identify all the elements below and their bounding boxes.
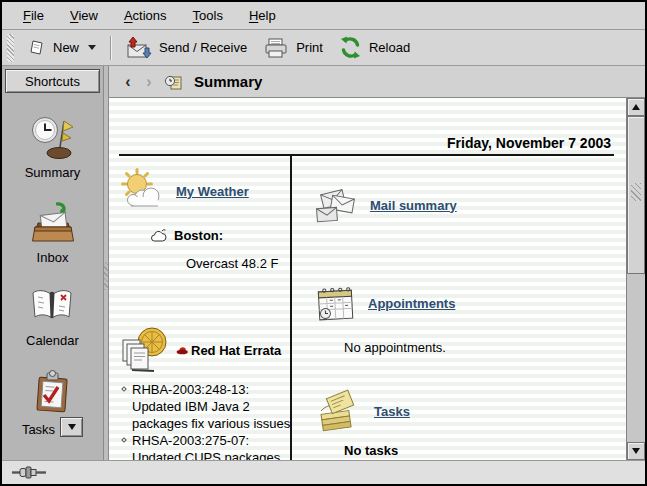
menu-actions-label: Actions [124, 8, 167, 23]
errata-item-text: RHSA-2003:275-07: Updated CUPS packages … [132, 432, 294, 460]
send-receive-button[interactable]: Send / Receive [117, 32, 255, 63]
sun-behind-cloud-icon [118, 168, 166, 214]
no-appointments-text: No appointments. [344, 340, 626, 355]
evolution-window: File View Actions Tools Help New [0, 0, 647, 486]
weather-location-label: Boston: [174, 228, 223, 243]
arrow-up-icon [632, 104, 640, 110]
splitter-grip [104, 262, 108, 290]
online-status-icon[interactable] [11, 466, 47, 479]
send-receive-icon [125, 36, 152, 59]
menu-help-label: Help [249, 8, 276, 23]
papers-gold-seal-icon [118, 325, 170, 375]
no-tasks-text: No tasks [344, 443, 626, 458]
toolbar: New Send / Receive [2, 30, 645, 66]
envelopes-icon [314, 184, 360, 226]
summary-columns: My Weather Boston: [109, 156, 626, 460]
body-row: Shortcuts Summary [2, 66, 645, 460]
sidebar-item-calendar-label: Calendar [26, 333, 79, 348]
errata-item: RHBA-2003:248-13: Updated IBM Java 2 pac… [122, 381, 294, 432]
reload-icon [339, 36, 362, 59]
weather-section-header: My Weather [118, 168, 290, 214]
right-column: Mail summary [292, 156, 626, 460]
tasks-link[interactable]: Tasks [374, 404, 410, 419]
menu-view-label: View [70, 8, 98, 23]
bullet-icon [121, 386, 127, 392]
send-receive-label: Send / Receive [159, 40, 247, 55]
status-bar [2, 460, 645, 484]
vertical-scrollbar[interactable] [626, 98, 645, 460]
scrollbar-thumb-grip [631, 183, 641, 201]
errata-title: Red Hat Errata [191, 343, 281, 358]
small-cloud-icon [150, 229, 167, 243]
menu-file-label: File [23, 8, 44, 23]
summary-clock-flag-icon [30, 114, 76, 160]
tasks-clipboard-icon [30, 369, 74, 415]
shortcut-bar: Shortcuts Summary [2, 66, 103, 460]
appointments-section-header: Appointments [314, 282, 626, 324]
shortcut-scroll-down-button[interactable] [60, 417, 83, 437]
errata-item-text: RHBA-2003:248-13: Updated IBM Java 2 pac… [132, 381, 294, 432]
reload-button[interactable]: Reload [331, 32, 418, 63]
tasks-section-header: Tasks [314, 389, 626, 433]
menu-help[interactable]: Help [236, 2, 289, 29]
mail-summary-link[interactable]: Mail summary [370, 198, 457, 213]
sidebar-item-inbox[interactable]: Inbox [30, 201, 76, 265]
sidebar-item-summary-label: Summary [25, 165, 81, 180]
toolbar-separator [110, 36, 111, 60]
summary-folder-icon [164, 73, 182, 91]
sidebar-item-tasks[interactable]: Tasks [22, 369, 83, 437]
red-hat-icon [176, 345, 189, 356]
print-label: Print [296, 40, 323, 55]
menu-view[interactable]: View [57, 2, 111, 29]
weather-report: Overcast 48.2 F [186, 256, 290, 271]
toolbar-grip[interactable] [7, 34, 14, 62]
menu-bar: File View Actions Tools Help [2, 2, 645, 30]
menu-tools-label: Tools [193, 8, 223, 23]
new-note-icon [28, 39, 46, 57]
chevron-down-icon [88, 45, 96, 50]
main-pane: ‹ › Summary Friday, November 7 2003 [109, 66, 645, 460]
pane-splitter[interactable] [103, 66, 109, 460]
page-title: Summary [194, 73, 262, 90]
scrollbar-trough[interactable] [627, 116, 645, 442]
scroll-up-button[interactable] [627, 98, 645, 116]
mail-section-header: Mail summary [314, 184, 626, 226]
arrow-down-icon [632, 448, 640, 454]
appointments-link[interactable]: Appointments [368, 296, 455, 311]
scrollbar-thumb[interactable] [627, 116, 645, 274]
menu-file[interactable]: File [10, 2, 57, 29]
new-button-label: New [53, 40, 79, 55]
print-button[interactable]: Print [255, 33, 331, 63]
new-button[interactable]: New [20, 35, 104, 61]
left-column: My Weather Boston: [109, 156, 290, 460]
date-heading: Friday, November 7 2003 [109, 98, 626, 154]
shortcuts-button-label: Shortcuts [25, 74, 80, 89]
shortcuts-button[interactable]: Shortcuts [5, 69, 100, 93]
chevron-down-icon [68, 424, 76, 430]
inbox-box-envelope-icon [30, 201, 76, 245]
errata-item: RHSA-2003:275-07: Updated CUPS packages … [122, 432, 294, 460]
bullet-icon [121, 437, 127, 443]
forward-button[interactable]: › [143, 74, 155, 90]
reload-label: Reload [369, 40, 410, 55]
menu-tools[interactable]: Tools [180, 2, 236, 29]
sticky-notes-icon [314, 389, 364, 433]
sidebar-item-tasks-label: Tasks [22, 422, 55, 437]
content-row: Friday, November 7 2003 [109, 98, 645, 460]
my-weather-link[interactable]: My Weather [176, 184, 249, 199]
sidebar-item-inbox-label: Inbox [37, 250, 69, 265]
sidebar-item-summary[interactable]: Summary [25, 114, 81, 180]
desk-calendar-icon [314, 282, 358, 324]
calendar-open-book-icon [29, 286, 75, 328]
sidebar-item-calendar[interactable]: Calendar [26, 286, 79, 348]
summary-content: Friday, November 7 2003 [109, 98, 626, 460]
back-button[interactable]: ‹ [122, 74, 134, 90]
printer-icon [263, 37, 289, 59]
weather-location-row: Boston: [150, 228, 290, 243]
errata-section-header: Red Hat Errata [118, 325, 290, 375]
errata-list: RHBA-2003:248-13: Updated IBM Java 2 pac… [122, 381, 294, 460]
menu-actions[interactable]: Actions [111, 2, 180, 29]
scroll-down-button[interactable] [627, 442, 645, 460]
folder-header: ‹ › Summary [109, 66, 645, 98]
sidebar-tasks-row: Tasks [22, 417, 83, 437]
